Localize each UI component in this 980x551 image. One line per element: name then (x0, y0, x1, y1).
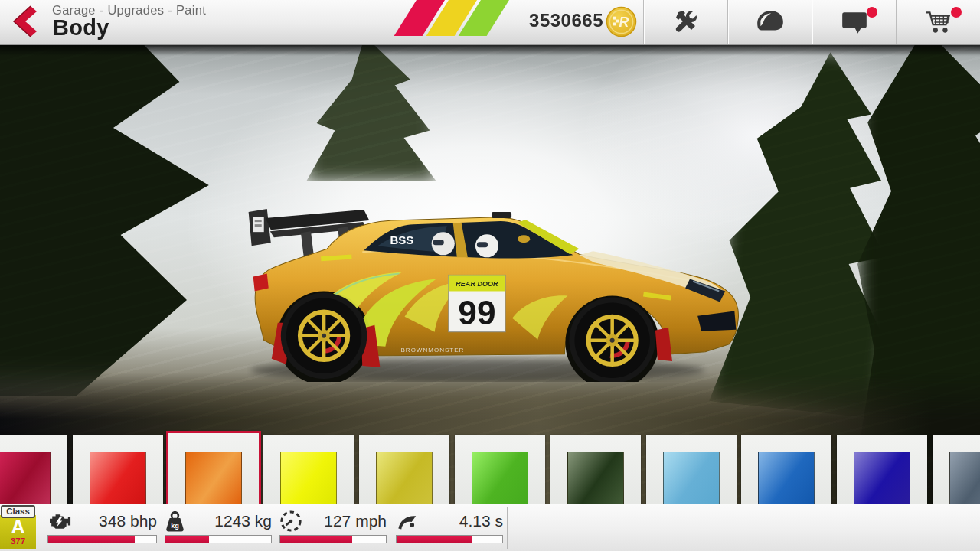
stat-value: 4.13 s (459, 512, 503, 530)
class-rating: 377 (0, 536, 36, 546)
stats-bar: Class A 377 348 bhp kg (0, 504, 980, 551)
helmet-button[interactable] (727, 0, 812, 44)
notification-dot (951, 7, 962, 18)
swatch-color-gold-olive (376, 452, 433, 510)
stat-value: 127 mph (324, 512, 387, 530)
decorative-stripes (413, 0, 536, 37)
helmet-icon (755, 9, 786, 35)
scene-top-shadow (0, 44, 980, 56)
swatch-color-red (90, 452, 146, 510)
stat-progress-fill (280, 536, 352, 543)
stat-progress-fill (165, 536, 209, 543)
swatch-color-crimson (0, 452, 51, 510)
engine-icon (47, 511, 72, 531)
back-button[interactable] (8, 5, 41, 38)
class-letter: A (0, 517, 36, 536)
driver-helmet (475, 234, 498, 257)
speedometer-icon (279, 510, 302, 533)
rear-wheel (281, 293, 367, 379)
toolbar (643, 0, 980, 44)
top-bar: Garage - Upgrades - Paint Body 3530665 R (0, 0, 980, 45)
page-title: Body (53, 15, 109, 41)
stat-acceleration: 4.13 s (396, 509, 503, 543)
front-wheel (569, 298, 655, 382)
swatch-color-orange (185, 452, 242, 510)
swatch-color-blue (758, 452, 815, 510)
stat-top-speed: 127 mph (279, 509, 387, 543)
currency-amount: 3530665 (529, 10, 603, 31)
swatch-color-dark-green (567, 452, 624, 510)
stat-value: 348 bhp (99, 512, 157, 530)
weight-icon: kg (165, 510, 185, 532)
game-root: REAR DOOR 99 BSS V BROWNMONSTER (0, 0, 980, 551)
svg-text:R: R (619, 15, 629, 30)
wrench-hammer-icon (671, 8, 701, 36)
shopping-cart-icon (923, 8, 954, 36)
tail-light (253, 273, 269, 291)
svg-text:REAR DOOR: REAR DOOR (456, 280, 498, 288)
stat-progress-bar (165, 535, 272, 543)
chat-button[interactable] (812, 0, 896, 44)
rally-car: REAR DOOR 99 BSS V BROWNMONSTER (247, 201, 740, 382)
stat-progress-fill (48, 536, 135, 543)
class-badge: A 377 (0, 515, 36, 549)
codriver-helmet (432, 232, 455, 255)
door-mirror (518, 235, 530, 243)
stat-progress-bar (396, 535, 503, 543)
cart-button[interactable] (896, 0, 980, 44)
swatch-color-navy (854, 452, 910, 510)
roof-vent (492, 212, 511, 218)
swatch-color-slate (949, 452, 980, 510)
swatch-color-sky-blue (663, 452, 720, 510)
acceleration-icon (396, 512, 418, 531)
swatch-color-green (472, 452, 528, 510)
stat-power: 348 bhp (47, 509, 157, 543)
stat-value: 1243 kg (214, 512, 272, 530)
rocker-text: BROWNMONSTER (400, 347, 464, 354)
currency-coin-icon: R (606, 6, 637, 37)
stat-progress-fill (397, 536, 472, 543)
door-number-plate: REAR DOOR 99 (449, 275, 505, 331)
notification-dot (867, 7, 877, 18)
stats-divider (507, 507, 508, 549)
stat-weight: kg 1243 kg (165, 509, 272, 543)
stat-progress-bar (47, 535, 157, 543)
svg-text:kg: kg (171, 522, 179, 530)
stat-progress-bar (279, 535, 387, 543)
window-text: BSS (390, 233, 413, 246)
tools-button[interactable] (643, 0, 727, 44)
class-label: Class (1, 505, 35, 518)
chat-bubble-icon (840, 9, 869, 35)
svg-text:99: 99 (458, 294, 495, 331)
swatch-color-yellow (280, 452, 337, 510)
